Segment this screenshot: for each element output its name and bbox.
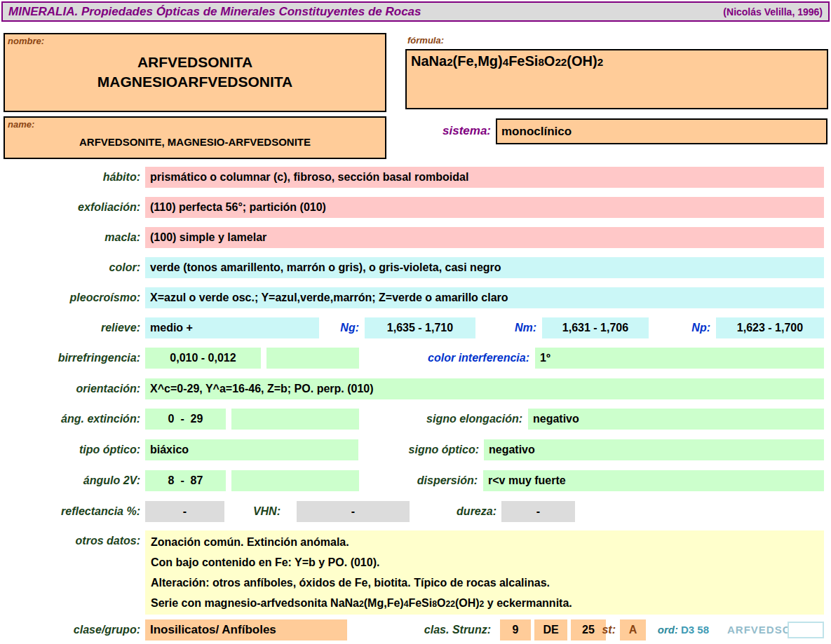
dispersion-field[interactable]: r<v muy fuerte [483, 470, 824, 491]
reflectancia-label: reflectancia %: [0, 501, 140, 522]
nombre-line1: ARFVEDSONITA [5, 53, 385, 72]
ang-extincion-extra-field[interactable] [231, 409, 359, 430]
exfoliacion-field[interactable]: (110) perfecta 56°; partición (010) [145, 197, 824, 218]
ord-label: ord: [650, 619, 678, 640]
dureza-field[interactable]: - [501, 501, 575, 522]
sistema-label: sistema: [379, 121, 491, 142]
otros-datos-label: otros datos: [0, 530, 140, 551]
formula-label: fórmula: [407, 35, 444, 46]
relieve-field[interactable]: medio + [145, 317, 319, 338]
signo-elongacion-field[interactable]: negativo [528, 409, 824, 430]
otros-datos-line1: Zonación común. Extinción anómala. [151, 532, 818, 552]
title-bar: MINERALIA. Propiedades Ópticas de Minera… [1, 1, 830, 22]
birrefringencia-label: birrefringencia: [0, 348, 140, 369]
tipo-optico-field[interactable]: biáxico [145, 439, 358, 460]
ang-extincion-field[interactable]: 0 - 29 [145, 409, 226, 430]
signo-optico-field[interactable]: negativo [484, 439, 824, 460]
sistema-field[interactable]: monoclínico [496, 118, 827, 144]
vhn-field[interactable]: - [297, 501, 410, 522]
nm-label: Nm: [487, 317, 536, 338]
st-label: st: [589, 619, 616, 640]
clase-grupo-field[interactable]: Inosilicatos/ Anfíboles [145, 619, 347, 640]
nombre-label: nombre: [8, 36, 44, 46]
otros-datos-line2: Con bajo contenido en Fe: Y=b y PO. (010… [151, 552, 818, 573]
nombre-field[interactable]: ARFVEDSONITA MAGNESIOARFVEDSONITA [5, 53, 385, 92]
orientacion-label: orientación: [0, 378, 140, 399]
signo-elongacion-label: signo elongación: [372, 409, 522, 430]
ang-extincion-label: áng. extinción: [0, 409, 140, 430]
dureza-label: dureza: [428, 501, 496, 522]
pleocroismo-label: pleocroísmo: [0, 287, 140, 308]
color-label: color: [0, 257, 140, 278]
ng-field[interactable]: 1,635 - 1,710 [365, 317, 475, 338]
exfoliacion-label: exfoliación: [0, 197, 140, 218]
vhn-label: VHN: [231, 501, 281, 522]
formula-field[interactable]: NaNa2(Fe,Mg)4FeSi8O22(OH)2 [405, 49, 828, 109]
np-label: Np: [663, 317, 710, 338]
color-field[interactable]: verde (tonos amarillento, marrón o gris)… [145, 257, 824, 278]
nombre-box: nombre: ARFVEDSONITA MAGNESIOARFVEDSONIT… [4, 33, 386, 112]
angulo-2v-extra-field[interactable] [231, 470, 359, 491]
otros-datos-line4: Serie con magnesio-arfvedsonita NaNa2(Mg… [151, 593, 818, 615]
otros-datos-field[interactable]: Zonación común. Extinción anómala. Con b… [145, 530, 824, 615]
author-credit: (Nicolás Velilla, 1996) [723, 6, 823, 18]
nombre-line2: MAGNESIOARFVEDSONITA [5, 72, 385, 92]
birrefringencia-extra-field[interactable] [266, 348, 359, 369]
record-code: ARFVEDSO [727, 619, 791, 640]
habito-field[interactable]: prismático o columnar (c), fibroso, secc… [145, 167, 824, 188]
otros-datos-line3: Alteración: otros anfíboles, óxidos de F… [151, 573, 818, 593]
macla-field[interactable]: (100) simple y lamelar [145, 227, 824, 248]
strunz-field-1[interactable]: 9 [500, 619, 531, 640]
clas-strunz-label: clas. Strunz: [389, 619, 491, 640]
color-interferencia-label: color interferencia: [365, 348, 529, 369]
habito-label: hábito: [0, 167, 140, 188]
orientacion-field[interactable]: X^c=0-29, Y^a=16-46, Z=b; PO. perp. (010… [145, 378, 824, 399]
app-title: MINERALIA. Propiedades Ópticas de Minera… [8, 5, 421, 19]
mineralia-form: MINERALIA. Propiedades Ópticas de Minera… [0, 0, 831, 644]
st-field[interactable]: A [620, 619, 646, 640]
ord-value: D3 58 [681, 619, 709, 640]
ng-label: Ng: [309, 317, 359, 338]
strunz-field-2[interactable]: DE [534, 619, 567, 640]
dispersion-label: dispersión: [365, 470, 478, 491]
angulo-2v-field[interactable]: 8 - 87 [145, 470, 226, 491]
nm-field[interactable]: 1,631 - 1,706 [542, 317, 649, 338]
signo-optico-label: signo óptico: [365, 439, 479, 460]
pleocroismo-field[interactable]: X=azul o verde osc.; Y=azul,verde,marrón… [145, 287, 824, 308]
tipo-optico-label: tipo óptico: [0, 439, 140, 460]
name-label: name: [8, 119, 34, 130]
reflectancia-field[interactable]: - [145, 501, 224, 522]
angulo-2v-label: ángulo 2V: [0, 470, 140, 491]
name-box: name: ARFVEDSONITE, MAGNESIO-ARFVEDSONIT… [4, 116, 386, 159]
record-search-box[interactable] [788, 622, 824, 638]
clase-grupo-label: clase/grupo: [0, 619, 140, 640]
np-field[interactable]: 1,623 - 1,700 [716, 317, 824, 338]
name-field[interactable]: ARFVEDSONITE, MAGNESIO-ARFVEDSONITE [5, 136, 385, 148]
relieve-label: relieve: [0, 317, 140, 338]
birrefringencia-field[interactable]: 0,010 - 0,012 [145, 348, 261, 369]
macla-label: macla: [0, 227, 140, 248]
color-interferencia-field[interactable]: 1º [535, 348, 824, 369]
